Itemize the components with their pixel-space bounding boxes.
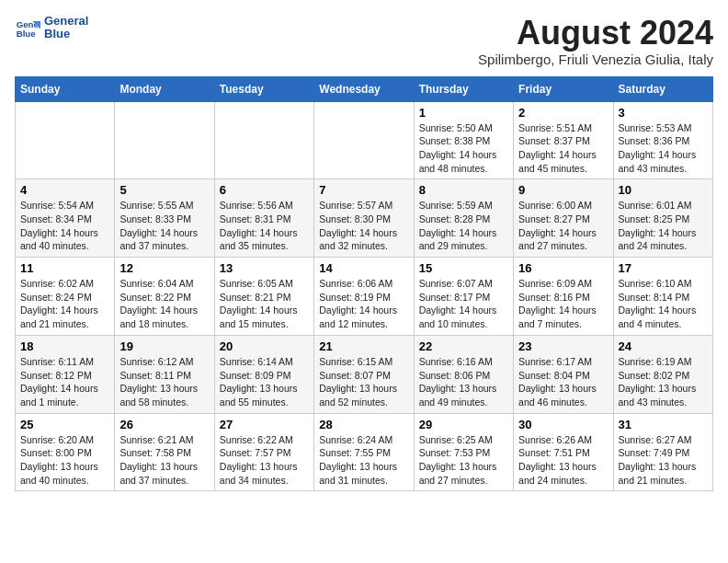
day-info: Sunrise: 6:06 AM Sunset: 8:19 PM Dayligh… <box>319 277 408 331</box>
day-number: 31 <box>619 418 708 431</box>
day-cell-30: 30Sunrise: 6:26 AM Sunset: 7:51 PM Dayli… <box>514 413 613 491</box>
empty-cell <box>314 101 414 179</box>
day-cell-9: 9Sunrise: 6:00 AM Sunset: 8:27 PM Daylig… <box>514 179 613 258</box>
day-number: 6 <box>220 183 309 197</box>
week-row-4: 18Sunrise: 6:11 AM Sunset: 8:12 PM Dayli… <box>16 335 713 413</box>
weekday-header-wednesday: Wednesday <box>314 76 414 101</box>
day-info: Sunrise: 6:25 AM Sunset: 7:53 PM Dayligh… <box>419 433 508 488</box>
day-info: Sunrise: 6:27 AM Sunset: 7:49 PM Dayligh… <box>619 433 708 488</box>
day-cell-4: 4Sunrise: 5:54 AM Sunset: 8:34 PM Daylig… <box>16 179 115 258</box>
weekday-header-thursday: Thursday <box>414 76 513 101</box>
weekday-header-tuesday: Tuesday <box>214 76 313 101</box>
day-cell-19: 19Sunrise: 6:12 AM Sunset: 8:11 PM Dayli… <box>115 335 214 413</box>
day-cell-6: 6Sunrise: 5:56 AM Sunset: 8:31 PM Daylig… <box>214 179 313 258</box>
day-cell-26: 26Sunrise: 6:21 AM Sunset: 7:58 PM Dayli… <box>115 413 214 491</box>
day-number: 3 <box>619 106 708 120</box>
day-cell-1: 1Sunrise: 5:50 AM Sunset: 8:38 PM Daylig… <box>414 101 513 179</box>
day-number: 7 <box>319 183 408 197</box>
day-number: 15 <box>419 261 508 275</box>
day-info: Sunrise: 5:53 AM Sunset: 8:36 PM Dayligh… <box>619 121 708 176</box>
logo-icon: General Blue <box>15 15 40 40</box>
day-number: 13 <box>220 261 309 275</box>
day-number: 20 <box>220 339 309 353</box>
weekday-header-monday: Monday <box>115 76 214 101</box>
day-info: Sunrise: 5:50 AM Sunset: 8:38 PM Dayligh… <box>419 121 508 176</box>
day-number: 25 <box>20 418 109 431</box>
day-number: 9 <box>518 183 608 197</box>
weekday-header-saturday: Saturday <box>613 76 712 101</box>
day-cell-28: 28Sunrise: 6:24 AM Sunset: 7:55 PM Dayli… <box>314 413 414 491</box>
day-number: 17 <box>619 261 708 275</box>
day-number: 4 <box>20 183 109 197</box>
day-info: Sunrise: 5:59 AM Sunset: 8:28 PM Dayligh… <box>419 199 508 253</box>
day-info: Sunrise: 6:05 AM Sunset: 8:21 PM Dayligh… <box>220 277 309 331</box>
day-number: 11 <box>20 261 109 275</box>
calendar-table: SundayMondayTuesdayWednesdayThursdayFrid… <box>15 76 713 492</box>
day-cell-27: 27Sunrise: 6:22 AM Sunset: 7:57 PM Dayli… <box>214 413 313 491</box>
day-cell-8: 8Sunrise: 5:59 AM Sunset: 8:28 PM Daylig… <box>414 179 513 258</box>
month-title: August 2024 <box>478 15 713 52</box>
day-cell-21: 21Sunrise: 6:15 AM Sunset: 8:07 PM Dayli… <box>314 335 414 413</box>
day-number: 19 <box>119 339 209 353</box>
day-info: Sunrise: 6:26 AM Sunset: 7:51 PM Dayligh… <box>518 433 608 488</box>
day-info: Sunrise: 6:09 AM Sunset: 8:16 PM Dayligh… <box>518 277 608 331</box>
day-info: Sunrise: 6:22 AM Sunset: 7:57 PM Dayligh… <box>220 433 309 488</box>
week-row-2: 4Sunrise: 5:54 AM Sunset: 8:34 PM Daylig… <box>16 179 713 258</box>
day-number: 27 <box>220 418 309 431</box>
weekday-header-friday: Friday <box>514 76 613 101</box>
day-cell-24: 24Sunrise: 6:19 AM Sunset: 8:02 PM Dayli… <box>613 335 712 413</box>
day-number: 30 <box>518 418 608 431</box>
day-info: Sunrise: 6:04 AM Sunset: 8:22 PM Dayligh… <box>119 277 209 331</box>
day-cell-10: 10Sunrise: 6:01 AM Sunset: 8:25 PM Dayli… <box>613 179 712 258</box>
day-number: 29 <box>419 418 508 431</box>
day-number: 5 <box>119 183 209 197</box>
day-info: Sunrise: 5:54 AM Sunset: 8:34 PM Dayligh… <box>20 199 109 253</box>
weekday-header-row: SundayMondayTuesdayWednesdayThursdayFrid… <box>16 76 713 101</box>
week-row-3: 11Sunrise: 6:02 AM Sunset: 8:24 PM Dayli… <box>16 258 713 336</box>
location-subtitle: Spilimbergo, Friuli Venezia Giulia, Ital… <box>478 52 713 67</box>
day-info: Sunrise: 6:20 AM Sunset: 8:00 PM Dayligh… <box>20 433 109 488</box>
day-cell-22: 22Sunrise: 6:16 AM Sunset: 8:06 PM Dayli… <box>414 335 513 413</box>
day-cell-3: 3Sunrise: 5:53 AM Sunset: 8:36 PM Daylig… <box>613 101 712 179</box>
day-info: Sunrise: 6:21 AM Sunset: 7:58 PM Dayligh… <box>119 433 209 488</box>
day-cell-13: 13Sunrise: 6:05 AM Sunset: 8:21 PM Dayli… <box>214 258 313 336</box>
svg-text:Blue: Blue <box>17 29 36 39</box>
day-number: 8 <box>419 183 508 197</box>
day-cell-29: 29Sunrise: 6:25 AM Sunset: 7:53 PM Dayli… <box>414 413 513 491</box>
day-info: Sunrise: 5:56 AM Sunset: 8:31 PM Dayligh… <box>220 199 309 253</box>
day-info: Sunrise: 6:12 AM Sunset: 8:11 PM Dayligh… <box>119 355 209 409</box>
day-cell-16: 16Sunrise: 6:09 AM Sunset: 8:16 PM Dayli… <box>514 258 613 336</box>
day-info: Sunrise: 6:07 AM Sunset: 8:17 PM Dayligh… <box>419 277 508 331</box>
title-block: August 2024 Spilimbergo, Friuli Venezia … <box>478 15 713 67</box>
day-number: 12 <box>119 261 209 275</box>
day-info: Sunrise: 6:14 AM Sunset: 8:09 PM Dayligh… <box>220 355 309 409</box>
week-row-5: 25Sunrise: 6:20 AM Sunset: 8:00 PM Dayli… <box>16 413 713 491</box>
day-number: 18 <box>20 339 109 353</box>
empty-cell <box>214 101 313 179</box>
day-number: 28 <box>319 418 408 431</box>
day-cell-18: 18Sunrise: 6:11 AM Sunset: 8:12 PM Dayli… <box>16 335 115 413</box>
weekday-header-sunday: Sunday <box>16 76 115 101</box>
day-number: 24 <box>619 339 708 353</box>
day-info: Sunrise: 6:24 AM Sunset: 7:55 PM Dayligh… <box>319 433 408 488</box>
day-cell-20: 20Sunrise: 6:14 AM Sunset: 8:09 PM Dayli… <box>214 335 313 413</box>
day-info: Sunrise: 6:10 AM Sunset: 8:14 PM Dayligh… <box>619 277 708 331</box>
header: General Blue General Blue August 2024 Sp… <box>15 15 713 67</box>
day-info: Sunrise: 5:51 AM Sunset: 8:37 PM Dayligh… <box>518 121 608 176</box>
day-number: 26 <box>119 418 209 431</box>
day-cell-17: 17Sunrise: 6:10 AM Sunset: 8:14 PM Dayli… <box>613 258 712 336</box>
day-number: 10 <box>619 183 708 197</box>
day-number: 22 <box>419 339 508 353</box>
day-cell-14: 14Sunrise: 6:06 AM Sunset: 8:19 PM Dayli… <box>314 258 414 336</box>
day-cell-25: 25Sunrise: 6:20 AM Sunset: 8:00 PM Dayli… <box>16 413 115 491</box>
day-info: Sunrise: 6:11 AM Sunset: 8:12 PM Dayligh… <box>20 355 109 409</box>
day-number: 16 <box>518 261 608 275</box>
day-info: Sunrise: 6:16 AM Sunset: 8:06 PM Dayligh… <box>419 355 508 409</box>
day-number: 21 <box>319 339 408 353</box>
day-number: 23 <box>518 339 608 353</box>
day-cell-12: 12Sunrise: 6:04 AM Sunset: 8:22 PM Dayli… <box>115 258 214 336</box>
empty-cell <box>115 101 214 179</box>
day-info: Sunrise: 6:15 AM Sunset: 8:07 PM Dayligh… <box>319 355 408 409</box>
day-info: Sunrise: 6:00 AM Sunset: 8:27 PM Dayligh… <box>518 199 608 253</box>
day-info: Sunrise: 5:55 AM Sunset: 8:33 PM Dayligh… <box>119 199 209 253</box>
